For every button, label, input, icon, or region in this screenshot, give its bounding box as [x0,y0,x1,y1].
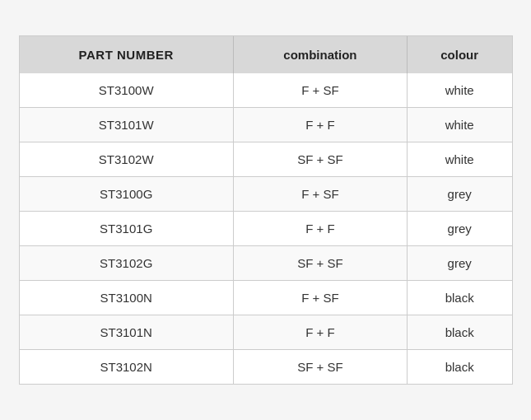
cell-combination: SF + SF [233,142,407,177]
table-row: ST3101WF + Fwhite [20,108,512,142]
table-row: ST3102WSF + SFwhite [20,142,512,177]
cell-part-number: ST3100G [20,177,234,212]
header-colour: colour [407,36,511,73]
cell-combination: F + F [233,212,407,246]
cell-combination: F + SF [233,177,407,212]
cell-combination: SF + SF [233,350,407,385]
cell-combination: SF + SF [233,246,407,281]
cell-part-number: ST3100W [20,73,234,108]
cell-colour: black [407,281,511,315]
table-row: ST3102GSF + SFgrey [20,246,512,281]
cell-combination: F + SF [233,73,407,108]
table-row: ST3100WF + SFwhite [20,73,512,108]
table-row: ST3102NSF + SFblack [20,350,512,385]
cell-combination: F + SF [233,281,407,315]
cell-colour: white [407,73,511,108]
cell-colour: grey [407,246,511,281]
cell-part-number: ST3101W [20,108,234,142]
cell-colour: grey [407,177,511,212]
table-row: ST3100GF + SFgrey [20,177,512,212]
cell-part-number: ST3101G [20,212,234,246]
cell-colour: white [407,142,511,177]
cell-colour: black [407,350,511,385]
header-combination: combination [233,36,407,73]
cell-part-number: ST3102N [20,350,234,385]
cell-colour: white [407,108,511,142]
cell-part-number: ST3102W [20,142,234,177]
table-row: ST3101NF + Fblack [20,315,512,350]
table-row: ST3101GF + Fgrey [20,212,512,246]
cell-combination: F + F [233,108,407,142]
table-row: ST3100NF + SFblack [20,281,512,315]
cell-colour: black [407,315,511,350]
header-part-number: PART NUMBER [20,36,234,73]
cell-combination: F + F [233,315,407,350]
cell-part-number: ST3101N [20,315,234,350]
cell-colour: grey [407,212,511,246]
table-header-row: PART NUMBER combination colour [20,36,512,73]
cell-part-number: ST3102G [20,246,234,281]
cell-part-number: ST3100N [20,281,234,315]
product-table: PART NUMBER combination colour ST3100WF … [19,35,513,385]
